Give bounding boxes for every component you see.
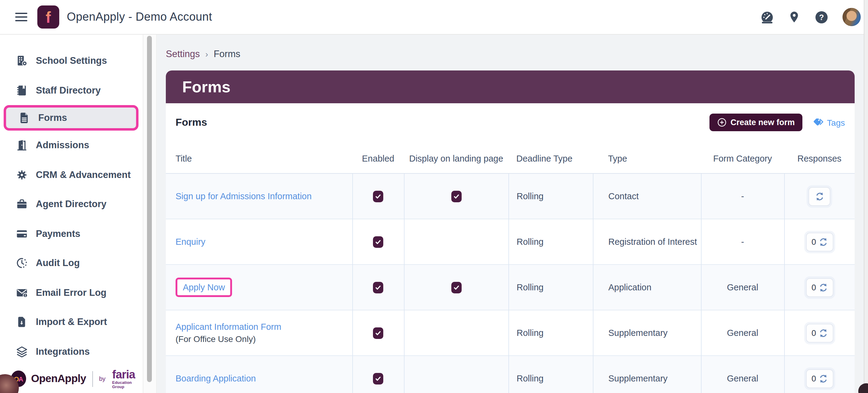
audit-log-icon <box>16 257 28 269</box>
circle-plus-icon <box>717 118 726 127</box>
school-settings-icon <box>16 55 28 67</box>
breadcrumb-current: Forms <box>214 49 240 60</box>
refresh-icon <box>818 283 828 292</box>
sidebar-item-admissions[interactable]: Admissions <box>0 130 143 160</box>
form-category-cell: General <box>701 265 784 310</box>
page-banner: Forms <box>166 70 855 103</box>
annotation-highlight-box: Apply Now <box>176 278 232 297</box>
form-title-link[interactable]: Applicant Information Form <box>176 322 281 332</box>
openapply-wordmark: OpenApply <box>31 372 86 385</box>
table-row: Boarding ApplicationRollingSupplementary… <box>166 356 855 393</box>
sidebar-nav: School SettingsStaff DirectoryFormsAdmis… <box>0 34 143 366</box>
sidebar-item-agent-directory[interactable]: Agent Directory <box>0 189 143 219</box>
sidebar-item-label: Payments <box>36 229 80 239</box>
agent-directory-icon <box>16 198 28 210</box>
sidebar-item-label: Audit Log <box>36 258 80 269</box>
sidebar-item-staff-directory[interactable]: Staff Directory <box>0 75 143 105</box>
enabled-checkbox[interactable] <box>373 190 383 202</box>
sidebar-item-import-export[interactable]: Import & Export <box>0 307 143 337</box>
forms-icon <box>18 112 30 124</box>
menu-hamburger-icon[interactable] <box>15 13 27 21</box>
faria-by-label: by <box>99 375 105 382</box>
tags-link[interactable]: Tags <box>814 118 845 127</box>
sidebar-item-label: Integrations <box>36 346 90 357</box>
sidebar-item-label: Forms <box>38 112 67 123</box>
responses-button[interactable]: 0 <box>806 369 833 388</box>
form-title-link[interactable]: Boarding Application <box>176 373 256 383</box>
payments-icon <box>16 228 28 240</box>
sidebar-item-school-settings[interactable]: School Settings <box>0 46 143 75</box>
column-header-enabled: Enabled <box>352 144 404 174</box>
breadcrumb-settings-link[interactable]: Settings <box>166 49 200 60</box>
sidebar-item-integrations[interactable]: Integrations <box>0 337 143 366</box>
table-row: Applicant Information Form(For Office Us… <box>166 310 855 356</box>
table-row: Sign up for Admissions InformationRollin… <box>166 174 855 219</box>
enabled-checkbox[interactable] <box>373 281 383 293</box>
enabled-checkbox[interactable] <box>373 373 383 384</box>
dashboard-gauge-icon[interactable] <box>760 10 774 24</box>
form-title-link[interactable]: Sign up for Admissions Information <box>176 191 312 201</box>
page-title: Forms <box>166 78 230 96</box>
window-scrollbar[interactable] <box>864 0 868 393</box>
deadline-type-cell: Rolling <box>508 174 593 219</box>
display-on-landing-checkbox[interactable] <box>451 190 461 202</box>
display-on-landing-checkbox[interactable] <box>451 281 461 293</box>
email-error-log-icon <box>16 287 28 299</box>
deadline-type-cell: Rolling <box>508 219 593 265</box>
import-export-icon <box>16 316 28 328</box>
sidebar-item-label: Email Error Log <box>36 287 106 298</box>
sidebar-item-label: Agent Directory <box>36 199 106 210</box>
responses-count: 0 <box>811 283 816 292</box>
sidebar-item-forms[interactable]: Forms <box>4 105 138 130</box>
staff-directory-icon <box>16 85 28 97</box>
responses-count: 0 <box>811 374 816 383</box>
type-cell: Supplementary <box>593 356 701 393</box>
form-title-link[interactable]: Apply Now <box>183 282 225 292</box>
responses-button[interactable]: 0 <box>806 324 833 342</box>
sidebar-item-audit-log[interactable]: Audit Log <box>0 248 143 278</box>
refresh-icon <box>818 328 828 337</box>
forms-table: Title Enabled Display on landing page De… <box>166 144 855 393</box>
responses-button[interactable]: 0 <box>806 278 833 297</box>
refresh-icon <box>818 237 828 246</box>
sidebar-item-label: School Settings <box>36 56 107 66</box>
responses-button[interactable] <box>809 187 831 206</box>
form-category-cell: - <box>701 174 784 219</box>
faria-wordmark: faria <box>112 369 135 380</box>
table-row: EnquiryRollingRegistration of Interest-0 <box>166 219 855 265</box>
user-avatar[interactable] <box>842 8 861 26</box>
main-content: Settings › Forms Forms Forms Create new … <box>157 34 868 393</box>
forms-card: Forms Forms Create new form Tags <box>166 70 855 393</box>
sidebar-scrollbar[interactable] <box>143 34 157 393</box>
crm-icon <box>16 169 28 181</box>
column-header-deadline: Deadline Type <box>508 144 593 174</box>
column-header-title: Title <box>166 144 352 174</box>
responses-button[interactable]: 0 <box>806 232 833 251</box>
footer-divider <box>92 371 93 387</box>
responses-count: 0 <box>811 237 816 246</box>
panel-heading: Forms <box>176 116 207 128</box>
svg-text:f: f <box>45 9 51 26</box>
deadline-type-cell: Rolling <box>508 356 593 393</box>
topbar: f OpenApply - Demo Account ? <box>0 0 868 35</box>
sidebar-scrollbar-thumb[interactable] <box>147 36 152 382</box>
breadcrumb-chevron-icon: › <box>205 49 208 59</box>
faria-f-logo: f <box>37 5 60 29</box>
help-icon[interactable]: ? <box>814 9 829 25</box>
enabled-checkbox[interactable] <box>373 327 383 339</box>
form-title-link[interactable]: Enquiry <box>176 237 205 247</box>
type-cell: Contact <box>593 174 701 219</box>
type-cell: Supplementary <box>593 310 701 356</box>
sidebar-item-crm-advancement[interactable]: CRM & Advancement <box>0 160 143 189</box>
sidebar-item-payments[interactable]: Payments <box>0 219 143 248</box>
sidebar-item-email-error-log[interactable]: Email Error Log <box>0 278 143 307</box>
forms-table-body: Sign up for Admissions InformationRollin… <box>166 174 855 393</box>
sidebar-footer-logo: OA OpenApply by faria Education Group <box>11 369 143 389</box>
admissions-icon <box>16 140 28 152</box>
column-header-display: Display on landing page <box>404 144 508 174</box>
integrations-icon <box>16 345 28 358</box>
location-pin-icon[interactable] <box>788 10 801 24</box>
enabled-checkbox[interactable] <box>373 236 383 247</box>
create-new-form-button[interactable]: Create new form <box>709 114 803 131</box>
refresh-icon <box>815 192 824 201</box>
